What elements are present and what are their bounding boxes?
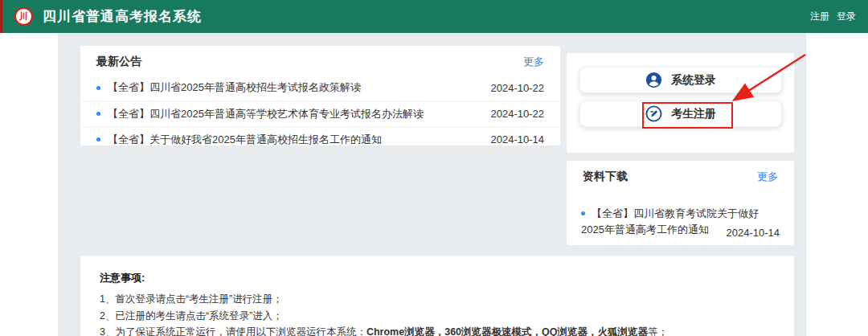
note-item-2: 2、已注册的考生请点击“系统登录”进入； <box>100 308 775 325</box>
downloads-title: 资料下载 <box>583 170 628 184</box>
announcement-date: 2024-10-14 <box>491 133 545 145</box>
announcement-item[interactable]: 【全省】四川省2025年普通高校招生考试报名政策解读 2024-10-22 <box>80 75 560 100</box>
bullet-dot-icon <box>96 137 100 141</box>
download-item[interactable]: 【全省】四川省教育考试院关于做好2025年普通高考工作的通知 2024-10-1… <box>567 190 794 238</box>
announcements-header: 最新公告 更多 <box>80 46 560 75</box>
downloads-header: 资料下载 更多 <box>567 161 794 190</box>
header-left-edge-stripe <box>0 0 2 33</box>
divider <box>581 246 780 247</box>
announcements-panel: 最新公告 更多 【全省】四川省2025年普通高校招生考试报名政策解读 2024-… <box>80 46 560 145</box>
downloads-panel: 资料下载 更多 【全省】四川省教育考试院关于做好2025年普通高考工作的通知 2… <box>567 161 794 245</box>
downloads-more-link[interactable]: 更多 <box>757 170 778 184</box>
auth-panel: 系统登录 考生注册 <box>567 53 794 153</box>
candidate-register-button[interactable]: 考生注册 <box>579 100 782 127</box>
nav-register-link[interactable]: 注册 <box>810 10 829 23</box>
candidate-register-label: 考生注册 <box>671 107 716 121</box>
announcements-more-link[interactable]: 更多 <box>523 55 544 69</box>
system-login-label: 系统登录 <box>671 73 716 88</box>
bullet-dot-icon <box>96 112 100 116</box>
notes-panel: 注意事项: 1、首次登录请点击“考生注册”进行注册； 2、已注册的考生请点击“系… <box>80 256 794 336</box>
app-header: 川 四川省普通高考报名系统 注册 登录 <box>0 0 868 33</box>
site-logo: 川 <box>14 7 33 26</box>
announcement-text: 【全省】关于做好我省2025年普通高校招生报名工作的通知 <box>108 133 481 147</box>
user-circle-icon <box>645 72 662 88</box>
note-3-browsers-bold: Chrome浏览器，360浏览器极速模式，QQ浏览器，火狐浏览器 <box>366 326 648 336</box>
notes-title: 注意事项: <box>100 271 775 285</box>
announcements-title: 最新公告 <box>96 55 141 69</box>
announcement-text: 【全省】四川省2025年普通高等学校艺术体育专业考试报名办法解读 <box>108 107 481 121</box>
bullet-dot-icon <box>96 86 100 90</box>
nav-login-link[interactable]: 登录 <box>837 10 856 23</box>
edit-circle-icon <box>645 105 662 122</box>
announcement-text: 【全省】四川省2025年普通高校招生考试报名政策解读 <box>108 80 481 95</box>
announcement-item[interactable]: 【全省】四川省2025年普通高等学校艺术体育专业考试报名办法解读 2024-10… <box>80 100 560 126</box>
note-item-3: 3、为了保证系统正常运行，请使用以下浏览器运行本系统：Chrome浏览器，360… <box>100 324 775 336</box>
announcements-list: 【全省】四川省2025年普通高校招生考试报名政策解读 2024-10-22 【全… <box>80 75 560 152</box>
announcement-item[interactable]: 【全省】关于做好我省2025年普通高校招生报名工作的通知 2024-10-14 <box>80 126 560 152</box>
bullet-dot-icon <box>581 211 585 215</box>
system-login-button[interactable]: 系统登录 <box>579 67 782 93</box>
announcement-date: 2024-10-22 <box>491 82 545 94</box>
note-3-prefix: 3、为了保证系统正常运行，请使用以下浏览器运行本系统： <box>100 326 366 336</box>
announcement-date: 2024-10-22 <box>491 108 545 120</box>
download-date: 2024-10-14 <box>727 225 780 241</box>
logo-seal-icon: 川 <box>19 12 28 21</box>
page-title: 四川省普通高考报名系统 <box>43 7 202 26</box>
note-item-1: 1、首次登录请点击“考生注册”进行注册； <box>100 291 775 308</box>
note-3-suffix: 等； <box>648 326 668 336</box>
header-nav: 注册 登录 <box>810 10 856 23</box>
